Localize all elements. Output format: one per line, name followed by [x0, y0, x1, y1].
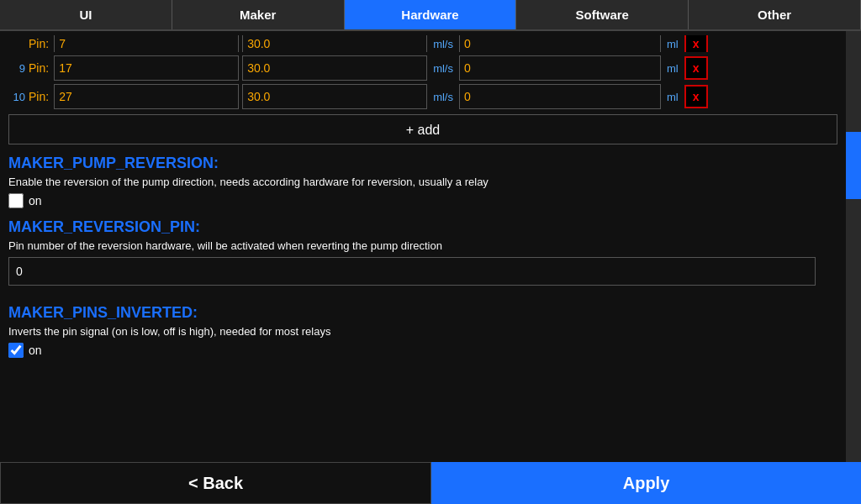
- scrollbar-thumb[interactable]: [846, 132, 861, 199]
- pin-rate-input-8[interactable]: [242, 35, 427, 52]
- ml-unit-10: ml: [667, 91, 679, 103]
- delete-btn-9[interactable]: x: [684, 56, 708, 80]
- ml-unit-8: ml: [667, 38, 679, 50]
- main-container: Pin: ml/s ml x 9 Pin: ml/s ml x 10 Pin: …: [0, 31, 861, 462]
- tab-bar: UI Maker Hardware Software Other: [0, 0, 861, 31]
- maker-pump-reversion-label: on: [29, 194, 42, 207]
- tab-ui[interactable]: UI: [0, 0, 172, 29]
- pin-label-9: Pin:: [29, 61, 49, 75]
- maker-pins-inverted-heading: MAKER_PINS_INVERTED:: [8, 304, 837, 322]
- pin-rate-input-9[interactable]: [242, 55, 427, 81]
- maker-pins-inverted-checkbox-row: on: [8, 343, 837, 358]
- maker-pump-reversion-checkbox[interactable]: [8, 193, 24, 208]
- tab-other[interactable]: Other: [689, 0, 861, 29]
- rate-unit-8: ml/s: [433, 38, 453, 50]
- rate-unit-9: ml/s: [433, 62, 453, 75]
- delete-btn-10[interactable]: x: [684, 85, 708, 108]
- back-button[interactable]: < Back: [0, 462, 431, 504]
- maker-pump-reversion-heading: MAKER_PUMP_REVERSION:: [8, 155, 837, 172]
- pin-rate-input-10[interactable]: [242, 84, 427, 109]
- row-number-9: 9: [8, 62, 25, 75]
- add-button[interactable]: + add: [8, 114, 837, 144]
- maker-reversion-pin-desc: Pin number of the reversion hardware, wi…: [8, 239, 837, 252]
- row-number-10: 10: [8, 91, 25, 103]
- pin-row-9: 9 Pin: ml/s ml x: [8, 55, 837, 81]
- tab-software[interactable]: Software: [516, 0, 689, 29]
- pin-number-input-9[interactable]: [54, 55, 239, 81]
- maker-pump-reversion-desc: Enable the reversion of the pump directi…: [8, 176, 837, 188]
- maker-pins-inverted-checkbox[interactable]: [8, 343, 24, 358]
- pin-ml-input-10[interactable]: [459, 84, 661, 109]
- pin-label-10: Pin:: [29, 90, 49, 103]
- partial-pin-row-8: Pin: ml/s ml x: [8, 35, 837, 52]
- scrollbar[interactable]: [846, 31, 861, 462]
- content-area: Pin: ml/s ml x 9 Pin: ml/s ml x 10 Pin: …: [0, 31, 846, 462]
- pin-label-8: Pin:: [29, 37, 49, 50]
- pin-ml-input-8[interactable]: [459, 35, 661, 52]
- maker-pins-inverted-label: on: [29, 344, 42, 357]
- apply-button[interactable]: Apply: [431, 462, 861, 504]
- maker-pump-reversion-checkbox-row: on: [8, 193, 837, 208]
- maker-reversion-pin-input[interactable]: [8, 257, 816, 286]
- rate-unit-10: ml/s: [433, 91, 453, 103]
- bottom-bar: < Back Apply: [0, 462, 861, 504]
- ml-unit-9: ml: [667, 62, 679, 75]
- maker-reversion-pin-heading: MAKER_REVERSION_PIN:: [8, 218, 837, 236]
- tab-hardware[interactable]: Hardware: [345, 0, 517, 29]
- pin-number-input-10[interactable]: [54, 84, 239, 109]
- pin-ml-input-9[interactable]: [459, 55, 661, 81]
- tab-maker[interactable]: Maker: [172, 0, 345, 29]
- pin-row-10: 10 Pin: ml/s ml x: [8, 84, 837, 109]
- maker-pins-inverted-desc: Inverts the pin signal (on is low, off i…: [8, 325, 837, 338]
- pin-number-input-8[interactable]: [54, 35, 239, 52]
- delete-btn-8[interactable]: x: [684, 35, 708, 52]
